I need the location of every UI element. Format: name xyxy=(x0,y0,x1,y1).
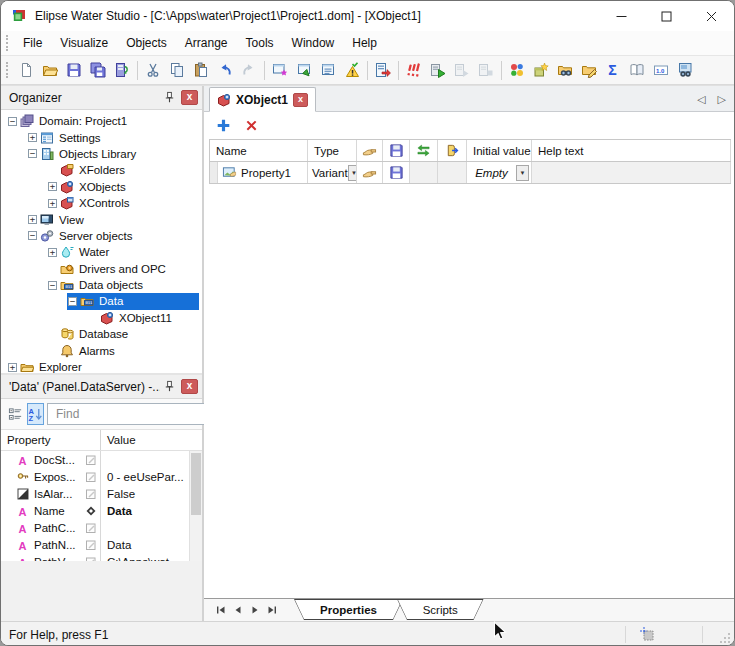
property-row-pathc[interactable]: APathC... xyxy=(1,519,202,536)
search-folder-button[interactable] xyxy=(553,59,577,82)
stop-application-button[interactable] xyxy=(474,59,498,82)
scrollbar-thumb[interactable] xyxy=(191,453,201,515)
row-selector[interactable] xyxy=(210,162,218,183)
tree-item-data[interactable]: −011Data xyxy=(1,293,202,309)
menubar-gripper[interactable] xyxy=(6,35,9,51)
tab-scroll-left-icon[interactable]: ◁ xyxy=(697,93,705,106)
paste-button[interactable] xyxy=(189,59,213,82)
menu-arrange[interactable]: Arrange xyxy=(176,33,237,53)
menu-help[interactable]: Help xyxy=(343,33,386,53)
menu-file[interactable]: File xyxy=(14,33,51,53)
delete-property-icon[interactable] xyxy=(244,118,259,133)
initial-value-dropdown[interactable]: Empty▼ xyxy=(467,162,532,183)
reports-button[interactable] xyxy=(316,59,340,82)
tree-item-xfolders[interactable]: XFolders xyxy=(1,162,202,178)
property-value[interactable]: C:\Apps\wat xyxy=(100,553,202,561)
property-value[interactable]: Data xyxy=(100,536,202,553)
tree-item-explorer[interactable]: +Explorer xyxy=(1,359,202,375)
toolbar-gripper[interactable] xyxy=(6,62,9,78)
tree-item-server-objects[interactable]: −Server objects xyxy=(1,228,202,244)
menu-window[interactable]: Window xyxy=(283,33,344,53)
help-text-cell[interactable] xyxy=(532,162,731,183)
property-value[interactable] xyxy=(100,451,202,468)
bottom-tab-scripts[interactable]: Scripts xyxy=(397,599,484,620)
property-value[interactable]: Data xyxy=(100,502,202,519)
find-input[interactable] xyxy=(54,406,213,422)
sync-toggle-cell[interactable] xyxy=(410,162,438,183)
run-application-button[interactable] xyxy=(426,59,450,82)
open-button[interactable] xyxy=(38,59,62,82)
expand-icon[interactable]: + xyxy=(48,182,57,191)
edit-marker-icon[interactable] xyxy=(83,522,98,534)
next-sheet-icon[interactable] xyxy=(246,602,263,618)
retentive-toggle-cell[interactable] xyxy=(383,162,410,183)
copy-button[interactable] xyxy=(165,59,189,82)
tree-item-domain-project1[interactable]: −Domain: Project1 xyxy=(1,113,202,129)
tree-item-data-objects[interactable]: −011Data objects xyxy=(1,277,202,293)
tree-item-xobject11[interactable]: XObject11 xyxy=(1,310,202,326)
export-database-button[interactable] xyxy=(110,59,134,82)
property-name-cell[interactable]: Property1 xyxy=(210,162,308,183)
prev-sheet-icon[interactable] xyxy=(229,602,246,618)
collapse-icon[interactable]: − xyxy=(28,149,37,158)
property-row-pathn[interactable]: APathN...Data xyxy=(1,536,202,553)
property-grid-scrollbar[interactable] xyxy=(189,451,202,561)
tree-item-drivers-and-opc[interactable]: Drivers and OPC xyxy=(1,261,202,277)
maximize-button[interactable] xyxy=(644,1,689,31)
stop-tasks-button[interactable] xyxy=(402,59,426,82)
import-screen-button[interactable] xyxy=(292,59,316,82)
expand-icon[interactable]: + xyxy=(28,215,37,224)
minimize-button[interactable] xyxy=(599,1,644,31)
property-row-isalar[interactable]: IsAlar...False xyxy=(1,485,202,502)
chevron-down-icon[interactable]: ▼ xyxy=(348,165,357,181)
tab-scroll-right-icon[interactable]: ▷ xyxy=(718,93,726,106)
hand-toggle-cell[interactable] xyxy=(357,162,383,183)
organizer-close-icon[interactable]: x xyxy=(181,90,198,105)
property-value[interactable]: 0 - eeUsePar... xyxy=(100,468,202,485)
new-xobject-button[interactable] xyxy=(529,59,553,82)
undo-button[interactable] xyxy=(213,59,237,82)
alphabetical-sort-button[interactable]: AZ xyxy=(27,403,44,425)
edit-marker-icon[interactable] xyxy=(83,556,98,562)
gallery-button[interactable] xyxy=(505,59,529,82)
cut-button[interactable] xyxy=(141,59,165,82)
property-value[interactable]: False xyxy=(100,485,202,502)
expand-icon[interactable]: + xyxy=(28,133,37,142)
chevron-down-icon[interactable]: ▼ xyxy=(516,165,529,181)
close-button[interactable] xyxy=(689,1,734,31)
save-all-button[interactable] xyxy=(86,59,110,82)
categorized-view-button[interactable] xyxy=(7,403,24,425)
type-dropdown[interactable]: Variant▼ xyxy=(308,162,357,183)
edit-marker-icon[interactable] xyxy=(83,471,98,483)
tree-item-database[interactable]: Database xyxy=(1,326,202,342)
tree-item-view[interactable]: +View xyxy=(1,211,202,227)
verify-domain-button[interactable] xyxy=(340,59,364,82)
tab-close-icon[interactable]: x xyxy=(293,93,308,107)
first-sheet-icon[interactable] xyxy=(212,602,229,618)
bottom-tab-properties[interactable]: Properties xyxy=(294,599,403,620)
decimal-places-button[interactable]: 1.0 xyxy=(649,59,673,82)
property-value[interactable] xyxy=(100,519,202,536)
collapse-icon[interactable]: − xyxy=(8,117,17,126)
library-button[interactable] xyxy=(625,59,649,82)
expand-icon[interactable]: + xyxy=(8,363,17,372)
organizer-pin-icon[interactable] xyxy=(160,89,178,107)
new-button[interactable] xyxy=(14,59,38,82)
collapse-icon[interactable]: − xyxy=(28,231,37,240)
properties-close-icon[interactable]: x xyxy=(181,379,198,394)
collapse-icon[interactable]: − xyxy=(68,297,77,306)
expand-icon[interactable]: + xyxy=(48,248,57,257)
tree-item-settings[interactable]: +Settings xyxy=(1,129,202,145)
tree-item-alarms[interactable]: Alarms xyxy=(1,342,202,358)
collapse-icon[interactable]: − xyxy=(48,281,57,290)
property-row-expos[interactable]: Expos...0 - eeUsePar... xyxy=(1,468,202,485)
tree-item-xcontrols[interactable]: +XControls xyxy=(1,195,202,211)
tree-item-xobjects[interactable]: +XObjects xyxy=(1,179,202,195)
properties-pin-icon[interactable] xyxy=(160,378,178,396)
diamond-marker-icon[interactable] xyxy=(83,505,98,517)
pause-application-button[interactable] xyxy=(450,59,474,82)
expand-icon[interactable]: + xyxy=(48,199,57,208)
menu-visualize[interactable]: Visualize xyxy=(51,33,117,53)
sum-expression-button[interactable]: Σ xyxy=(601,59,625,82)
last-sheet-icon[interactable] xyxy=(263,602,280,618)
